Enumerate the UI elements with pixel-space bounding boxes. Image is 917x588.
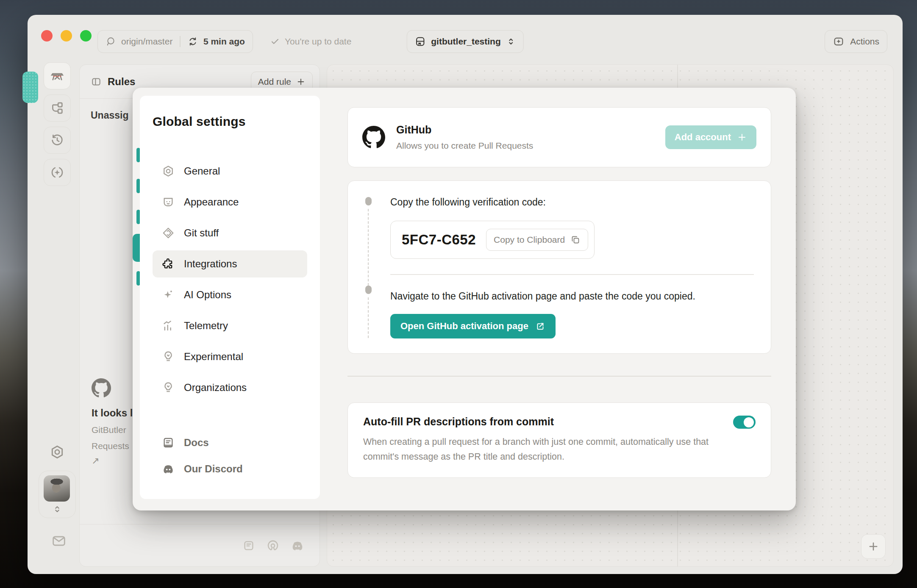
uptodate-status: You're up to date	[270, 30, 351, 53]
nav-item-integrations[interactable]: Integrations	[153, 250, 307, 277]
rules-footer	[80, 524, 320, 566]
global-settings-modal: Global settings General	[133, 88, 796, 510]
rules-title: Rules	[108, 76, 135, 88]
discord-link[interactable]: Our Discord	[153, 456, 252, 482]
project-selector[interactable]: gitbutler_testing	[406, 30, 524, 53]
add-account-label: Add account	[675, 132, 731, 143]
panel-split-icon	[91, 76, 102, 87]
github-title: GitHub	[396, 124, 533, 136]
step-2-text: Navigate to the GitHub activation page a…	[390, 290, 754, 302]
user-menu[interactable]	[39, 471, 76, 518]
nav-item-git-stuff[interactable]: Git stuff	[153, 219, 307, 247]
github-octocat-icon	[362, 126, 385, 149]
nav-label: Telemetry	[184, 320, 228, 332]
minimize-window-button[interactable]	[61, 30, 72, 42]
ai-actions-tab[interactable]	[44, 159, 71, 186]
news-icon[interactable]	[242, 539, 255, 552]
plus-icon	[296, 77, 306, 86]
branches-icon	[50, 101, 64, 115]
workspace-edge-tab[interactable]	[22, 72, 38, 103]
discord-label: Our Discord	[184, 463, 243, 475]
nav-item-telemetry[interactable]: Telemetry	[153, 312, 307, 339]
nav-item-general[interactable]: General	[153, 158, 307, 185]
history-tab[interactable]	[44, 127, 71, 154]
nav-label: General	[184, 165, 220, 177]
branches-tab[interactable]	[44, 94, 71, 122]
traffic-lights	[41, 30, 92, 42]
settings-title: Global settings	[153, 114, 307, 129]
add-rule-label: Add rule	[258, 77, 291, 87]
workspace-tab[interactable]	[44, 62, 71, 89]
docs-link[interactable]: Docs	[153, 430, 252, 456]
bar-chart-icon	[162, 319, 175, 332]
settings-sidebar: Global settings General	[140, 96, 320, 499]
verification-code: 5FC7-C652	[402, 232, 476, 248]
app-window: origin/master 5 min ago You're up to dat…	[28, 15, 903, 574]
github-integration-card: GitHub Allows you to create Pull Request…	[347, 107, 771, 167]
close-window-button[interactable]	[41, 30, 53, 42]
project-name: gitbutler_testing	[431, 36, 501, 47]
actions-label: Actions	[850, 36, 879, 47]
add-lane-button[interactable]	[861, 534, 886, 559]
rail-bottom	[39, 438, 79, 549]
settings-nav: General Appearance	[153, 158, 307, 401]
nav-label: Integrations	[184, 258, 237, 270]
open-source-icon[interactable]	[266, 539, 280, 552]
hex-nut-icon	[162, 165, 175, 178]
autofill-title: Auto-fill PR descriptions from commit	[363, 416, 554, 428]
docs-label: Docs	[184, 437, 209, 449]
sparkle-box-icon	[833, 36, 845, 47]
step-2-dot	[365, 286, 372, 294]
add-account-button[interactable]: Add account	[665, 125, 756, 149]
lightbulb-icon	[162, 350, 175, 363]
branch-status-button[interactable]: origin/master 5 min ago	[97, 30, 253, 53]
user-avatar	[44, 475, 70, 502]
nav-label: Appearance	[184, 196, 239, 208]
autofill-toggle[interactable]	[733, 416, 756, 429]
check-icon	[270, 36, 280, 47]
external-link-icon	[535, 321, 545, 331]
autofill-description: When creating a pull request for a branc…	[363, 435, 715, 464]
nav-item-appearance[interactable]: Appearance	[153, 189, 307, 216]
project-icon	[414, 36, 425, 47]
integrations-content: GitHub Allows you to create Pull Request…	[347, 88, 771, 510]
step-1-dot	[365, 197, 372, 205]
sync-time: 5 min ago	[203, 36, 245, 47]
mail-icon	[50, 533, 79, 549]
zoom-window-button[interactable]	[80, 30, 92, 42]
autofill-pr-card: Auto-fill PR descriptions from commit Wh…	[347, 402, 771, 478]
left-rail	[39, 62, 79, 191]
verification-code-box: 5FC7-C652 Copy to Clipboard	[390, 221, 595, 259]
lightbulb-icon	[162, 381, 175, 394]
open-github-activation-button[interactable]: Open GitHub activation page	[390, 314, 556, 338]
settings-button[interactable]	[44, 438, 71, 466]
settings-footer: Docs Our Discord	[153, 430, 252, 482]
uptodate-label: You're up to date	[285, 36, 351, 47]
nav-label: Git stuff	[184, 227, 219, 239]
nav-tab-marker-integrations-active	[133, 234, 140, 262]
plus-icon	[737, 132, 747, 142]
chevron-updown-icon	[44, 504, 71, 514]
copy-label: Copy to Clipboard	[494, 235, 565, 245]
nav-item-organizations[interactable]: Organizations	[153, 374, 307, 401]
nav-item-ai-options[interactable]: AI Options	[153, 281, 307, 308]
actions-button[interactable]: Actions	[825, 30, 887, 53]
feedback-mail-button[interactable]	[50, 533, 79, 549]
nav-label: Organizations	[184, 382, 247, 394]
toggle-knob	[744, 417, 754, 427]
discord-icon[interactable]	[291, 539, 304, 552]
nav-item-experimental[interactable]: Experimental	[153, 343, 307, 370]
sparkle-icon	[162, 288, 175, 301]
workbench-icon	[50, 69, 64, 83]
history-clock-icon	[50, 133, 64, 147]
puzzle-icon	[162, 258, 175, 270]
gear-hexagon-icon	[50, 444, 65, 460]
diamond-icon	[162, 227, 175, 239]
sync-icon	[188, 36, 198, 47]
copy-to-clipboard-button[interactable]: Copy to Clipboard	[486, 229, 588, 251]
nav-label: Experimental	[184, 351, 243, 363]
chevron-updown-icon	[506, 37, 516, 46]
topbar: origin/master 5 min ago You're up to dat…	[28, 15, 903, 57]
step-1-text: Copy the following verification code:	[390, 196, 754, 208]
verification-steps-card: Copy the following verification code: 5F…	[347, 180, 771, 354]
